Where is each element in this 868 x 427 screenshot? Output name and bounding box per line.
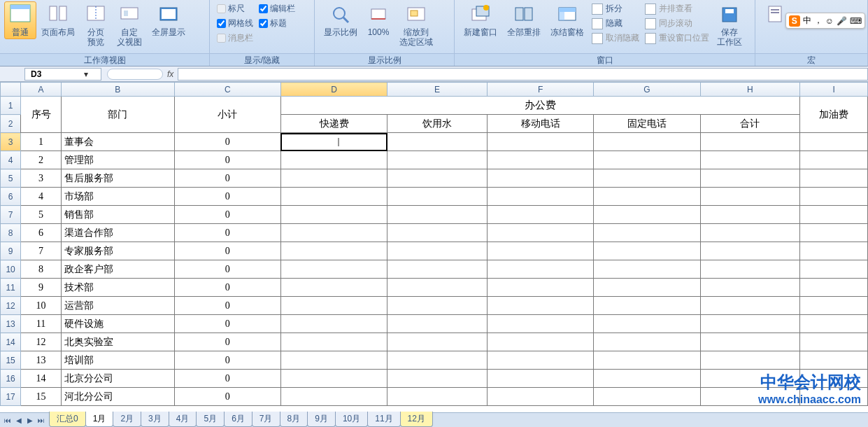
cell[interactable]: 0 [174,333,280,351]
row-header[interactable]: 14 [1,333,21,351]
cell[interactable] [800,133,868,151]
side-by-side-button[interactable]: 并排查看 [645,3,709,15]
sheet-tab[interactable]: 6月 [224,412,252,427]
cell[interactable] [280,351,387,370]
cell[interactable]: 培训部 [62,351,175,370]
sheet-tab[interactable]: 10月 [335,412,368,427]
cell[interactable] [488,370,594,388]
cell[interactable] [700,224,800,242]
column-header[interactable]: A [21,83,62,97]
cell[interactable] [280,388,387,406]
cell[interactable] [700,242,800,260]
cell[interactable] [387,206,488,224]
cell[interactable] [488,279,594,297]
ime-punc[interactable]: ， [814,15,823,27]
cell[interactable] [594,370,700,388]
cell[interactable]: 0 [174,370,280,388]
cell[interactable]: 0 [174,351,280,370]
cell[interactable] [280,242,387,260]
cell[interactable] [280,297,387,315]
row-header[interactable]: 7 [1,206,21,224]
cell[interactable]: 河北分公司 [62,388,175,406]
cell[interactable]: 管理部 [62,151,175,169]
cell[interactable] [280,151,387,169]
zoom-selection-button[interactable]: 缩放到 选定区域 [394,1,438,49]
cell[interactable] [594,206,700,224]
split-button[interactable]: 拆分 [592,3,639,15]
cell[interactable] [700,370,800,388]
row-header[interactable]: 6 [1,188,21,206]
cell[interactable] [700,169,800,188]
cell[interactable]: 硬件设施 [62,315,175,333]
cell[interactable] [387,242,488,260]
reset-position-button[interactable]: 重设窗口位置 [645,32,709,44]
cell[interactable] [800,315,868,333]
cell[interactable] [387,333,488,351]
sheet-tab[interactable]: 12月 [400,412,433,427]
cell[interactable] [594,133,700,151]
cell[interactable] [488,333,594,351]
view-page-layout-button[interactable]: 页面布局 [36,1,80,39]
cell[interactable] [387,133,488,151]
row-header[interactable]: 13 [1,315,21,333]
sheet-tab[interactable]: 8月 [280,412,308,427]
name-box-input[interactable] [25,69,81,79]
cell[interactable]: 0 [174,279,280,297]
column-header[interactable]: F [488,83,594,97]
cell[interactable]: 14 [21,370,62,388]
cell[interactable]: 技术部 [62,279,175,297]
cell[interactable] [594,151,700,169]
cell[interactable]: 0 [174,169,280,188]
cell[interactable]: 7 [21,242,62,260]
cell[interactable]: 3 [21,169,62,188]
cell[interactable] [800,242,868,260]
tab-first-button[interactable]: ⏮ [3,415,13,425]
cell[interactable]: 0 [174,151,280,169]
tab-last-button[interactable]: ⏭ [36,415,46,425]
cell[interactable] [700,206,800,224]
row-header[interactable]: 11 [1,279,21,297]
ime-mic-icon[interactable]: 🎤 [837,16,847,26]
cell[interactable]: 9 [21,279,62,297]
ime-keyboard-icon[interactable]: ⌨ [850,16,862,26]
cell[interactable] [594,297,700,315]
cell[interactable] [387,370,488,388]
cell[interactable]: 0 [174,206,280,224]
row-header[interactable]: 12 [1,297,21,315]
cell[interactable]: 0 [174,388,280,406]
cell[interactable]: 运营部 [62,297,175,315]
ruler-checkbox[interactable]: 标尺 [217,3,253,15]
cell[interactable] [700,315,800,333]
cell[interactable] [800,224,868,242]
cell[interactable]: 合计 [700,115,800,133]
ime-lang[interactable]: 中 [803,15,811,27]
cell[interactable] [800,188,868,206]
headings-checkbox[interactable]: 标题 [259,18,295,29]
cell[interactable]: 0 [174,297,280,315]
cell[interactable] [800,333,868,351]
cell[interactable]: 市场部 [62,188,175,206]
cell[interactable] [387,388,488,406]
cell[interactable] [800,351,868,370]
row-header[interactable]: 1 [1,97,21,115]
row-header[interactable]: 16 [1,370,21,388]
cell[interactable] [800,169,868,188]
cell[interactable]: 10 [21,297,62,315]
cell[interactable] [488,297,594,315]
tab-next-button[interactable]: ▶ [25,415,35,425]
cell[interactable] [594,315,700,333]
cell[interactable] [594,188,700,206]
cell[interactable] [280,315,387,333]
cell[interactable] [700,297,800,315]
cell[interactable] [387,169,488,188]
cell[interactable] [280,333,387,351]
row-header[interactable]: 5 [1,169,21,188]
cell[interactable] [488,206,594,224]
column-header[interactable]: G [594,83,700,97]
cell[interactable]: 董事会 [62,133,175,151]
cell[interactable] [800,151,868,169]
sheet-tab[interactable]: 3月 [141,412,169,427]
cell[interactable] [280,279,387,297]
cell[interactable]: 饮用水 [387,115,488,133]
hide-button[interactable]: 隐藏 [592,18,639,29]
